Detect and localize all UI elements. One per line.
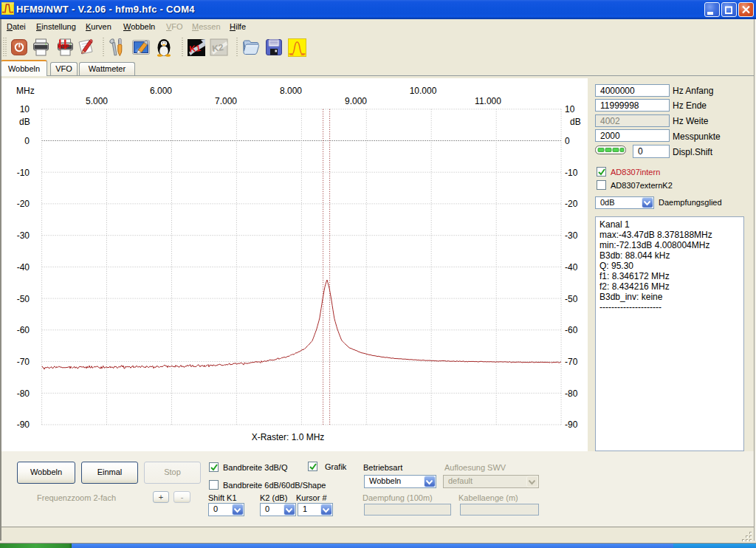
svg-text:K1: K1 [188, 43, 201, 55]
svg-text:K2: K2 [211, 42, 224, 54]
svg-text:PDF: PDF [58, 43, 69, 49]
